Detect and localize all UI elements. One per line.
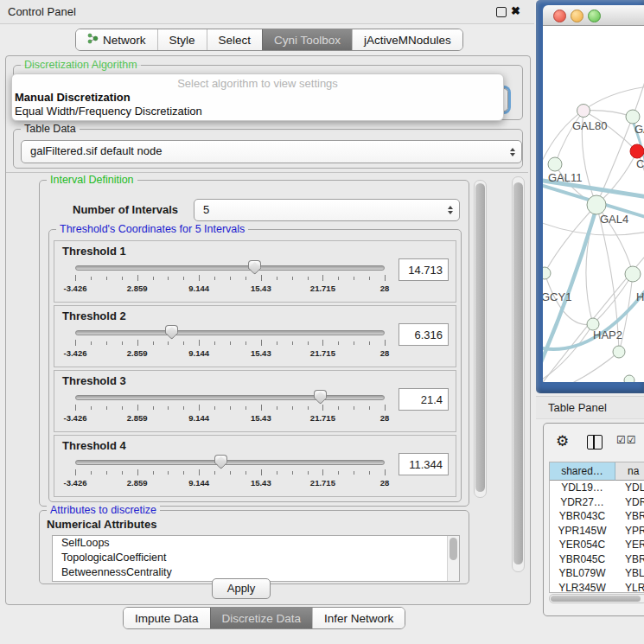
- table-row[interactable]: YLR345WYLR3: [550, 581, 644, 594]
- tab-label: Cyni Toolbox: [274, 34, 341, 47]
- table-row[interactable]: YER054CYER0: [550, 538, 644, 552]
- table-data-value: galFiltered.sif default node: [30, 144, 162, 157]
- slider-scale-labels: -3.4262.8599.14415.4321.71528: [75, 348, 385, 359]
- network-node-selected[interactable]: [630, 144, 644, 158]
- inner-scrollbar[interactable]: [474, 180, 487, 498]
- tab-impute-data[interactable]: Impute Data: [124, 608, 210, 628]
- network-window-titlebar[interactable]: [543, 5, 644, 26]
- stepper-arrows-icon: [448, 206, 453, 214]
- minimize-traffic-light-icon[interactable]: [571, 10, 583, 22]
- slider-thumb[interactable]: [248, 260, 261, 276]
- table-h-scrollbar[interactable]: [549, 594, 644, 603]
- network-window-frame[interactable]: GAL80GACGAL11GAL4GCY1HHAP2: [536, 0, 644, 393]
- slider-thumb[interactable]: [214, 455, 227, 470]
- slider-thumb[interactable]: [314, 390, 327, 405]
- zoom-traffic-light-icon[interactable]: [588, 10, 601, 22]
- network-node[interactable]: [624, 375, 634, 382]
- table-h-scrollbar-thumb[interactable]: [551, 596, 641, 602]
- network-node[interactable]: [548, 157, 562, 171]
- control-panel-titlebar: Control Panel ✖: [0, 0, 534, 24]
- threshold-panel-3: Threshold 3-3.4262.8599.14415.4321.71528…: [54, 370, 456, 432]
- table-data-group: Table Data galFiltered.sif default node: [13, 129, 523, 169]
- slider-thumb[interactable]: [165, 325, 178, 341]
- table-row[interactable]: YBR045CYBR0: [550, 552, 644, 567]
- tab-style[interactable]: Style: [157, 29, 207, 50]
- tab-jactivemnodules[interactable]: jActiveMNodules: [352, 29, 462, 50]
- threshold-value-field[interactable]: 14.713: [399, 258, 449, 281]
- cell-shared-name: YBR043C: [550, 509, 615, 524]
- network-edge[interactable]: [596, 151, 637, 205]
- menu-item-equal-width-frequency[interactable]: Equal Width/Frequency Discretization: [15, 105, 202, 118]
- tab-infer-network[interactable]: Infer Network: [312, 608, 405, 628]
- apply-button[interactable]: Apply: [212, 578, 271, 599]
- close-icon[interactable]: ✖: [511, 4, 520, 17]
- threshold-slider[interactable]: -3.4262.8599.14415.4321.71528: [75, 455, 385, 493]
- threshold-label: Threshold 4: [62, 439, 126, 452]
- table-row[interactable]: YDR27…YDR2: [550, 495, 644, 510]
- table-data-combobox[interactable]: galFiltered.sif default node: [21, 140, 522, 163]
- cell-name: YDR2: [615, 495, 644, 510]
- node-label: H: [636, 290, 644, 303]
- network-canvas[interactable]: GAL80GACGAL11GAL4GCY1HHAP2: [543, 26, 644, 382]
- inner-scrollbar-thumb[interactable]: [475, 183, 485, 492]
- slider-track[interactable]: [75, 395, 385, 400]
- network-edge[interactable]: [583, 111, 633, 117]
- table-row[interactable]: YDL19…YDL1: [550, 481, 644, 495]
- network-edge[interactable]: [543, 324, 593, 382]
- table-header-row: shared…na: [550, 462, 644, 481]
- network-edge[interactable]: [567, 352, 619, 382]
- column-checkboxes-icon[interactable]: ☑☑: [616, 434, 637, 446]
- table-row[interactable]: YPR145WYPR1: [550, 524, 644, 539]
- numerical-attributes-list[interactable]: SelfLoopsTopologicalCoefficientBetweenne…: [52, 535, 460, 582]
- thresholds-group: Threshold's Coordinates for 5 Intervals …: [48, 229, 462, 502]
- node-attribute-table[interactable]: shared…naYDL19…YDL1YDR27…YDR2YBR043CYBR0…: [549, 462, 644, 593]
- column-header-1[interactable]: shared…: [550, 462, 615, 481]
- gear-icon[interactable]: ⚙: [556, 432, 569, 450]
- table-row[interactable]: YBL079WYBL0: [550, 566, 644, 581]
- tab-select[interactable]: Select: [207, 29, 263, 50]
- list-scrollbar-thumb[interactable]: [450, 538, 457, 560]
- threshold-value-field[interactable]: 21.4: [399, 388, 449, 411]
- float-window-icon[interactable]: [496, 7, 507, 17]
- network-node[interactable]: [577, 105, 590, 118]
- attribute-list-item[interactable]: SelfLoops: [53, 536, 459, 551]
- column-header-2[interactable]: na: [615, 462, 644, 481]
- panel-scrollbar[interactable]: [512, 176, 525, 572]
- cell-name: YPR1: [615, 524, 644, 539]
- tab-cyni-toolbox[interactable]: Cyni Toolbox: [262, 29, 352, 50]
- threshold-value-field[interactable]: 6.316: [399, 323, 449, 346]
- number-of-intervals-combobox[interactable]: 5: [194, 199, 460, 221]
- network-node[interactable]: [587, 195, 606, 214]
- node-label: GAL80: [572, 119, 607, 132]
- cell-name: YBL0: [615, 566, 644, 581]
- panel-scrollbar-thumb[interactable]: [513, 182, 523, 564]
- close-traffic-light-icon[interactable]: [553, 10, 566, 22]
- threshold-label: Threshold 2: [62, 309, 126, 322]
- threshold-value-field[interactable]: 11.344: [399, 453, 449, 475]
- tab-discretize-data[interactable]: Discretize Data: [210, 608, 313, 628]
- split-columns-icon[interactable]: [587, 435, 603, 450]
- table-toolbar: ⚙ ☑☑: [544, 429, 644, 456]
- menu-item-manual-discretization[interactable]: Manual Discretization: [15, 91, 131, 104]
- network-node[interactable]: [626, 110, 640, 124]
- threshold-slider[interactable]: -3.4262.8599.14415.4321.71528: [75, 390, 385, 428]
- table-row[interactable]: YBR043CYBR0: [550, 509, 644, 524]
- tab-network[interactable]: Network: [76, 29, 157, 50]
- slider-ticks: [75, 340, 385, 347]
- network-node[interactable]: [543, 267, 551, 279]
- network-node[interactable]: [625, 266, 641, 282]
- threshold-slider[interactable]: -3.4262.8599.14415.4321.71528: [75, 260, 385, 298]
- slider-track[interactable]: [75, 265, 385, 271]
- node-label: GCY1: [543, 290, 571, 303]
- slider-track[interactable]: [75, 460, 385, 465]
- table-panel-title: Table Panel: [548, 401, 607, 414]
- network-node[interactable]: [613, 346, 625, 358]
- slider-track[interactable]: [75, 330, 385, 335]
- threshold-slider[interactable]: -3.4262.8599.14415.4321.71528: [75, 325, 385, 363]
- network-graph[interactable]: GAL80GACGAL11GAL4GCY1HHAP2: [543, 26, 644, 382]
- list-scrollbar[interactable]: [447, 536, 459, 581]
- node-label: GA: [634, 123, 644, 136]
- attribute-list-item[interactable]: TopologicalCoefficient: [53, 551, 459, 565]
- cell-name: YLR3: [615, 581, 644, 594]
- tab-label: Discretize Data: [222, 612, 302, 625]
